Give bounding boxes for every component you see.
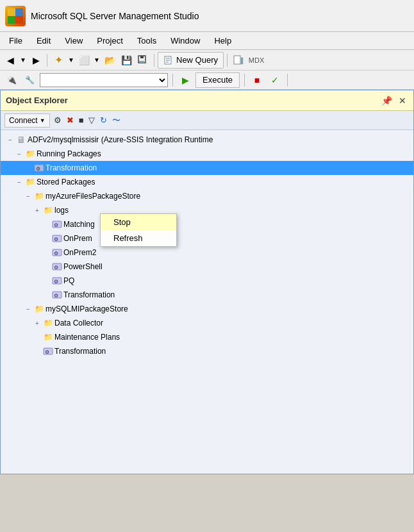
running-packages-label: Running Packages (37, 149, 101, 158)
svg-text:⚙: ⚙ (54, 222, 58, 228)
oe-pin-button[interactable]: 📌 (379, 96, 394, 106)
properties-icon[interactable]: 🔧 (22, 72, 37, 88)
oe-close-button[interactable]: ✕ (397, 96, 408, 106)
connect-db-icon[interactable]: 🔌 (4, 72, 19, 88)
tree-node-maintenance-plans[interactable]: 📁 Maintenance Plans (1, 330, 413, 344)
context-menu: Stop Refresh (100, 213, 177, 247)
svg-text:⚙: ⚙ (45, 349, 49, 355)
execute-play[interactable]: ▶ (178, 72, 193, 88)
main-toolbar: ◀ ▼ ▶ ✦ ▼ ⬜ ▼ 📂 💾 New Query MDX (0, 50, 414, 71)
logs-label: logs (54, 206, 69, 215)
running-packages-folder-icon: 📁 (25, 149, 35, 159)
back-button[interactable]: ◀ (3, 53, 18, 68)
context-menu-refresh[interactable]: Refresh (101, 230, 176, 246)
expander-pq (42, 276, 51, 285)
sep6 (287, 74, 288, 87)
matching-package-icon: ⚙ (52, 219, 62, 229)
oe-stop-icon[interactable]: ■ (78, 114, 85, 126)
tree-node-data-collector[interactable]: + 📁 Data Collector (1, 316, 413, 330)
data-collector-folder-icon: 📁 (43, 318, 53, 328)
expander-stored: − (15, 178, 24, 187)
dropdown-sparkle[interactable]: ▼ (67, 53, 75, 68)
menu-view[interactable]: View (58, 34, 89, 47)
stored-packages-label: Stored Packages (37, 178, 95, 187)
oe-refresh-icon[interactable]: ↻ (99, 114, 108, 126)
maintenance-plans-label: Maintenance Plans (54, 333, 120, 342)
menu-help[interactable]: Help (208, 34, 238, 47)
logs-folder-icon: 📁 (43, 205, 53, 215)
tree-node-server[interactable]: − 🖥 ADFv2/mysqlmissisir (Azure-SSIS Inte… (1, 133, 413, 147)
sqlmi-store-folder-icon: 📁 (34, 304, 44, 314)
expander-matching (42, 220, 51, 229)
tree-node-transformation-running[interactable]: ⚙ Transformation (1, 161, 413, 175)
dropdown-back[interactable]: ▼ (19, 53, 27, 68)
menu-edit[interactable]: Edit (30, 34, 57, 47)
powershell-package-icon: ⚙ (52, 262, 62, 272)
oe-header: Object Explorer 📌 ✕ (1, 90, 413, 111)
database-selector[interactable] (40, 73, 168, 87)
report-button[interactable] (231, 53, 246, 68)
data-collector-label: Data Collector (54, 319, 103, 328)
tree-node-stored-packages[interactable]: − 📁 Stored Packages (1, 175, 413, 189)
transformation-sqlmi-label: Transformation (54, 347, 106, 356)
save-all-button[interactable] (135, 53, 151, 68)
tree-node-pq[interactable]: ⚙ PQ (1, 274, 413, 288)
tree-node-logs[interactable]: + 📁 logs (1, 203, 413, 217)
powershell-label: PowerShell (63, 262, 103, 271)
expander-maintenance (33, 333, 42, 342)
onprem2-label: OnPrem2 (63, 248, 96, 257)
tree-node-transformation-sqlmi[interactable]: ⚙ Transformation (1, 344, 413, 358)
onprem-label: OnPrem (63, 234, 92, 243)
matching-label: Matching (63, 220, 95, 229)
stop-execute[interactable]: ■ (249, 72, 265, 88)
oe-filter-active-icon[interactable]: ⚙ (53, 114, 63, 126)
menu-window[interactable]: Window (164, 34, 206, 47)
open-button[interactable]: 📂 (102, 53, 117, 68)
tree-node-onprem[interactable]: ⚙ OnPrem (1, 231, 413, 245)
oe-filter-icon[interactable]: ▽ (87, 114, 96, 126)
svg-rect-6 (139, 61, 144, 63)
check-button[interactable]: ✓ (267, 72, 283, 88)
svg-rect-12 (241, 58, 243, 64)
onprem-package-icon: ⚙ (52, 233, 62, 244)
oe-toolbar: Connect ▼ ⚙ ✖ ■ ▽ ↻ 〜 (1, 111, 413, 130)
forward-button[interactable]: ▶ (28, 53, 44, 68)
new-query-label: New Query (176, 55, 218, 65)
execute-button[interactable]: Execute (195, 72, 240, 88)
execute-action[interactable]: ⬜ (76, 53, 92, 68)
tree-node-sqlmi-store[interactable]: − 📁 mySQLMIPackageStore (1, 302, 413, 316)
sparkle-button[interactable]: ✦ (51, 53, 66, 68)
sep2 (154, 54, 154, 67)
expander-data-collector: + (33, 319, 42, 328)
expander-sqlmi: − (24, 304, 33, 313)
context-menu-stop[interactable]: Stop (101, 214, 176, 230)
oe-disconnect-icon[interactable]: ✖ (65, 114, 75, 126)
tree-node-azure-store[interactable]: − 📁 myAzureFilesPackageStore (1, 189, 413, 203)
sep3 (227, 54, 228, 67)
expander-transformation-sqlmi (33, 347, 42, 356)
title-bar: Microsoft SQL Server Management Studio (0, 0, 414, 32)
tree-node-running-packages[interactable]: − 📁 Running Packages (1, 147, 413, 161)
svg-rect-5 (140, 56, 144, 58)
mdx-button[interactable]: MDX (247, 53, 265, 68)
tree-node-onprem2[interactable]: ⚙ OnPrem2 (1, 245, 413, 260)
menu-file[interactable]: File (3, 34, 29, 47)
save-button[interactable]: 💾 (119, 53, 134, 68)
transformation-sqlmi-package-icon: ⚙ (43, 346, 53, 356)
maintenance-plans-folder-icon: 📁 (43, 332, 53, 342)
svg-text:⚙: ⚙ (54, 265, 58, 270)
dropdown-execute[interactable]: ▼ (93, 53, 101, 68)
oe-connect-button[interactable]: Connect ▼ (4, 113, 50, 128)
sqlmi-store-label: mySQLMIPackageStore (46, 304, 128, 313)
oe-activity-icon[interactable]: 〜 (111, 113, 122, 128)
tree-node-matching[interactable]: ⚙ Matching (1, 217, 413, 231)
transformation-running-label: Transformation (46, 163, 97, 172)
server-label: ADFv2/mysqlmissisir (Azure-SSIS Integrat… (28, 135, 213, 144)
svg-text:⚙: ⚙ (36, 166, 40, 172)
svg-text:⚙: ⚙ (54, 237, 58, 242)
menu-project[interactable]: Project (90, 34, 129, 47)
tree-node-transformation-stored[interactable]: ⚙ Transformation (1, 288, 413, 302)
menu-tools[interactable]: Tools (131, 34, 163, 47)
new-query-button[interactable]: New Query (158, 52, 224, 69)
tree-node-powershell[interactable]: ⚙ PowerShell (1, 260, 413, 274)
